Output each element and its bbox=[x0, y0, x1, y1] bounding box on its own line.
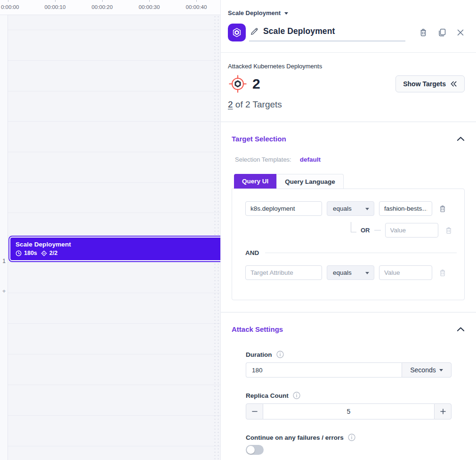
delete-or-value-button[interactable] bbox=[444, 226, 453, 235]
selection-templates-label: Selection Templates: bbox=[235, 156, 291, 163]
ruler-label: 00:00:30 bbox=[139, 4, 160, 10]
collapse-attack-settings-button[interactable] bbox=[457, 327, 465, 332]
target-icon bbox=[41, 250, 47, 256]
step-name-input[interactable]: Scale Deployment bbox=[249, 24, 405, 41]
replica-count-stepper bbox=[246, 403, 452, 419]
duration-label: Duration bbox=[246, 351, 272, 358]
value-input-2[interactable] bbox=[379, 265, 432, 280]
copy-icon bbox=[437, 28, 447, 37]
step-duration: 180s bbox=[24, 250, 37, 256]
step-type-dropdown[interactable]: Scale Deployment bbox=[221, 0, 476, 16]
step-title: Scale Deployment bbox=[16, 241, 220, 248]
targets-count-link[interactable]: 2 bbox=[228, 99, 233, 109]
pencil-icon bbox=[250, 27, 259, 36]
lane-gutter: 1 + bbox=[0, 15, 8, 460]
targets-summary: 2 of 2 Targets bbox=[228, 99, 465, 110]
or-connector bbox=[374, 230, 381, 230]
tab-query-language[interactable]: Query Language bbox=[276, 174, 344, 189]
header-actions bbox=[419, 24, 465, 37]
chevron-down-icon bbox=[284, 12, 288, 15]
ruler-tick bbox=[8, 0, 8, 2]
attack-settings-heading: Attack Settings bbox=[232, 325, 283, 333]
close-icon bbox=[456, 28, 465, 37]
operator-value: equals bbox=[333, 205, 352, 212]
attacked-targets-section: Attacked Kubernetes Deployments 2 Show T… bbox=[221, 53, 476, 110]
info-icon[interactable] bbox=[293, 392, 300, 399]
or-connector bbox=[351, 222, 356, 232]
trash-icon bbox=[438, 205, 447, 213]
ruler-label: 00:00:40 bbox=[186, 4, 207, 10]
collapse-target-selection-button[interactable] bbox=[457, 136, 465, 141]
panel-header: Scale Deployment bbox=[228, 24, 465, 41]
show-targets-button[interactable]: Show Targets bbox=[395, 75, 465, 92]
chevron-up-icon bbox=[457, 327, 465, 332]
duplicate-step-button[interactable] bbox=[437, 28, 447, 37]
target-selection-heading: Target Selection bbox=[232, 135, 286, 143]
operator-select-1[interactable]: equals bbox=[327, 201, 374, 216]
experiment-editor: 0:00:00 00:00:10 00:00:20 00:00:30 00:00… bbox=[0, 0, 476, 460]
info-icon[interactable] bbox=[348, 434, 355, 441]
delete-condition-button[interactable] bbox=[438, 205, 447, 213]
crosshair-target-icon bbox=[228, 74, 248, 94]
timeline-ruler: 0:00:00 00:00:10 00:00:20 00:00:30 00:00… bbox=[0, 0, 220, 15]
decrement-button[interactable] bbox=[246, 403, 263, 419]
ruler-tick bbox=[196, 0, 197, 2]
replica-count-label: Replica Count bbox=[246, 392, 289, 399]
attack-type-icon bbox=[228, 24, 246, 41]
query-builder: equals OR bbox=[232, 189, 465, 300]
ruler-tick bbox=[102, 0, 103, 2]
attacked-targets-label: Attacked Kubernetes Deployments bbox=[228, 63, 465, 70]
chevron-down-icon bbox=[365, 272, 369, 274]
info-icon[interactable] bbox=[276, 351, 284, 358]
timeline-area: 0:00:00 00:00:10 00:00:20 00:00:30 00:00… bbox=[0, 0, 220, 460]
double-chevron-left-icon bbox=[450, 81, 457, 87]
lane-number: 1 bbox=[0, 258, 8, 264]
target-count: 2 bbox=[252, 76, 260, 92]
chevron-down-icon bbox=[365, 208, 369, 210]
continue-on-failure-label: Continue on any failures / errors bbox=[246, 434, 344, 441]
tab-query-ui[interactable]: Query UI bbox=[234, 174, 276, 189]
delete-condition-button[interactable] bbox=[438, 269, 447, 277]
step-type-label: Scale Deployment bbox=[228, 9, 281, 16]
duration-unit-value: Seconds bbox=[410, 366, 436, 374]
attribute-input-1[interactable] bbox=[245, 201, 322, 216]
value-input-1[interactable] bbox=[379, 201, 432, 216]
duration-input[interactable] bbox=[246, 362, 402, 378]
duration-unit-select[interactable]: Seconds bbox=[402, 362, 452, 378]
chevron-down-icon bbox=[439, 369, 443, 371]
attack-settings-section: Attack Settings Duration bbox=[221, 312, 476, 455]
hexagon-icon bbox=[231, 27, 242, 38]
toggle-knob bbox=[247, 446, 255, 454]
step-target-count: 2/2 bbox=[49, 250, 57, 256]
increment-button[interactable] bbox=[434, 403, 452, 419]
chevron-up-icon bbox=[457, 136, 465, 141]
step-meta: 180s 2/2 bbox=[16, 250, 220, 256]
trash-icon bbox=[419, 28, 428, 37]
targets-summary-rest: of 2 Targets bbox=[233, 99, 282, 109]
attribute-input-2[interactable] bbox=[245, 265, 322, 280]
trash-icon bbox=[438, 269, 447, 277]
ruler-tick bbox=[149, 0, 150, 2]
close-panel-button[interactable] bbox=[456, 28, 465, 37]
timeline-step-scale-deployment[interactable]: Scale Deployment 180s 2/2 bbox=[9, 237, 220, 261]
add-lane-button[interactable]: + bbox=[0, 288, 8, 295]
step-config-panel: Scale Deployment Scale Deployment bbox=[220, 0, 476, 460]
step-name-value: Scale Deployment bbox=[263, 26, 335, 36]
ruler-label: 00:00:10 bbox=[45, 4, 66, 10]
trash-icon bbox=[444, 226, 453, 235]
delete-step-button[interactable] bbox=[419, 28, 428, 37]
clock-icon bbox=[16, 250, 22, 256]
replica-count-input[interactable] bbox=[263, 403, 434, 419]
query-tabs: Query UI Query Language bbox=[234, 174, 465, 189]
or-value-input[interactable] bbox=[385, 223, 438, 238]
minus-icon bbox=[251, 408, 258, 415]
show-targets-label: Show Targets bbox=[403, 80, 446, 88]
plus-icon bbox=[439, 408, 447, 415]
and-divider bbox=[265, 253, 457, 253]
ruler-label: 00:00:20 bbox=[92, 4, 113, 10]
continue-on-failure-toggle[interactable] bbox=[246, 445, 264, 455]
or-label: OR bbox=[361, 227, 370, 234]
template-default-link[interactable]: default bbox=[300, 156, 321, 163]
operator-select-2[interactable]: equals bbox=[327, 265, 374, 280]
operator-value: equals bbox=[333, 269, 352, 276]
